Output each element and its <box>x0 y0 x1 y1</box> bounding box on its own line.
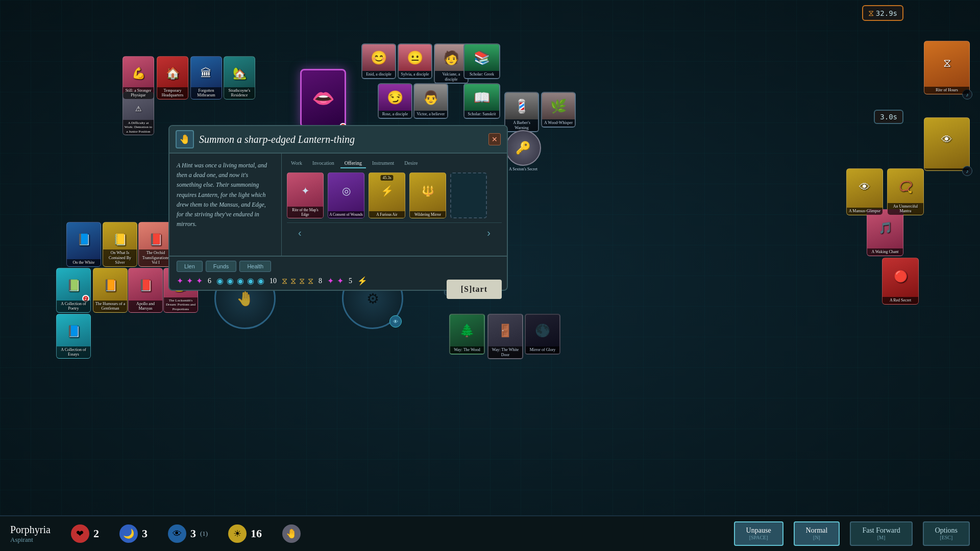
tab-work[interactable]: Work <box>287 159 306 168</box>
summon-dialog: 🤚 Summon a sharp-edged Lantern-thing ✕ A… <box>168 125 508 291</box>
slot-card-consent[interactable]: ◎ A Consent of Wounds <box>328 172 364 218</box>
card-on-the-white[interactable]: 📘 On the White <box>66 222 101 267</box>
portrait-name: Sylvia, a disciple <box>399 71 431 78</box>
sun-value: 16 <box>251 527 262 540</box>
card-orchid[interactable]: 📕 The Orchid Transfigurations Vol I <box>138 222 173 267</box>
card-mansus-glimpse[interactable]: 👁 A Mansus-Glimpse <box>846 168 883 215</box>
dialog-title: Summon a sharp-edged Lantern-thing <box>199 134 488 145</box>
card-residence[interactable]: 🏡 Strathcoyne's Residence <box>224 56 255 99</box>
heart-icon: ❤ <box>71 524 89 543</box>
nav-next-button[interactable]: › <box>482 225 496 241</box>
portrait-sylvia[interactable]: 😐 Sylvia, a disciple <box>398 43 432 79</box>
dialog-description: A Hint was once a living mortal, and the… <box>169 154 282 256</box>
eye-icon: 👁 <box>168 524 186 543</box>
card-label: The Orchid Transfigurations Vol I <box>139 249 173 266</box>
card-label: Still: a Stronger Physique <box>123 87 154 99</box>
tab-instrument[interactable]: Instrument <box>368 159 398 168</box>
slot-cards-row: ✦ Rite of the Map's Edge ◎ A Consent of … <box>287 172 502 218</box>
slot-empty[interactable] <box>450 172 487 218</box>
res-count-4: 5 <box>349 277 352 285</box>
res-count-2: 10 <box>270 277 277 285</box>
hand-icon: 🤚 <box>282 524 301 543</box>
portrait-victor[interactable]: 👨 Victor, a believer <box>413 83 448 119</box>
stat-sun: ☀ 16 <box>228 524 262 543</box>
card-label: A Difficulty at Work: Demotion to a Juni… <box>123 120 154 135</box>
stat-eye: 👁 3 (1) <box>168 524 208 543</box>
way-label: Way: The White Door <box>488 346 522 358</box>
card-temp-hq[interactable]: 🏠 Temporary Headquarters <box>157 56 188 99</box>
card-label: Strathcoyne's Residence <box>224 87 255 99</box>
card-label: A Waking Chant <box>867 248 903 256</box>
player-title: Aspirant <box>10 536 51 544</box>
card-poetry[interactable]: 📗 A Collection of Poetry 2 <box>56 268 91 313</box>
card-essays[interactable]: 📘 A Collection of Essays <box>56 314 91 359</box>
blue-value: 3 <box>142 527 148 540</box>
start-button[interactable]: [S]tart <box>447 280 502 299</box>
way-mirror-glory[interactable]: 🌑 Mirror of Glory <box>525 314 560 355</box>
slot-card-wildering[interactable]: 🔱 Wildering Mirror <box>409 172 446 218</box>
card-eye-timer[interactable]: 👁 <box>924 117 970 171</box>
portrait-wood-whisper[interactable]: 🌿 A Wood-Whisper <box>541 92 576 128</box>
card-label: A Red Secret <box>883 297 918 304</box>
card-label: A Collection of Poetry <box>57 300 90 312</box>
health-value: 2 <box>93 527 99 540</box>
card-label: A Mansus-Glimpse <box>847 208 883 215</box>
nav-prev-button[interactable]: ‹ <box>293 225 307 241</box>
res-star-icon: ✦ <box>177 276 183 286</box>
slot-card-label: Wildering Mirror <box>410 211 446 218</box>
slot-card-label: Rite of the Map's Edge <box>287 207 323 218</box>
way-the-wood[interactable]: 🌲 Way: The Wood <box>449 314 485 355</box>
blue-icon: 🌙 <box>119 524 138 543</box>
card-waking-chant[interactable]: 🎵 A Waking Chant <box>867 209 903 256</box>
dialog-close-button[interactable]: ✕ <box>488 133 501 145</box>
card-red-secret[interactable]: 🔴 A Red Secret <box>882 258 919 305</box>
res-count-1: 6 <box>208 277 211 285</box>
portrait-name: A Barber's Warning <box>505 119 538 131</box>
card-label: Forgotten Mithraeum <box>191 87 222 99</box>
tab-invocation[interactable]: Invocation <box>308 159 338 168</box>
dialog-nav: ‹ › <box>287 222 502 243</box>
way-the-white-door[interactable]: 🚪 Way: The White Door <box>487 314 523 359</box>
player-name: Porphyria <box>10 524 51 536</box>
main-workstation-card[interactable]: 👄 39.7s ! <box>300 69 346 128</box>
player-info: Porphyria Aspirant <box>10 524 51 544</box>
portrait-barbers-warning[interactable]: 💈 A Barber's Warning <box>504 92 539 132</box>
tab-offering[interactable]: Offering <box>340 159 366 168</box>
card-contained-silver[interactable]: 📒 On What Is Contained By Silver <box>103 222 137 267</box>
card-label: Apollo and Marsyas <box>129 300 162 312</box>
slot-card-furious[interactable]: ⚡ 45.3s A Furious Air <box>369 172 405 218</box>
card-stronger-physique[interactable]: 💪 Still: a Stronger Physique <box>122 56 154 99</box>
portrait-rose[interactable]: 😏 Rose, a disciple <box>378 83 412 119</box>
game-board: ⧖ 32.9s ⧖ Rite of Hours ♪ 3.0s 👁 ♪ 💪 Sti… <box>0 0 980 551</box>
normal-button[interactable]: Normal [N] <box>794 521 840 546</box>
portrait-name: Valciane, a disciple <box>435 71 468 83</box>
card-hourglass[interactable]: ⧖ Rite of Hours <box>924 41 970 94</box>
portrait-name: A Wood-Whisper <box>542 119 575 127</box>
portrait-scholar-sanskrit[interactable]: 📖 Scholar: Sanskrit <box>463 83 500 119</box>
card-unmerciful-mantra[interactable]: 📿 An Unmerciful Mantra <box>887 168 924 215</box>
card-label: The Locksmith's Dream: Portions and Prop… <box>164 297 198 312</box>
fast-forward-button[interactable]: Fast Forward [M] <box>850 521 912 546</box>
options-button[interactable]: Options [ESC] <box>923 521 970 546</box>
footer-btn-funds[interactable]: Funds <box>206 261 237 272</box>
footer-btn-health[interactable]: Health <box>239 261 271 272</box>
timer-badge-second: 3.0s <box>874 110 903 124</box>
portrait-name: Scholar: Sanskrit <box>464 111 499 118</box>
unpause-button[interactable]: Unpause [SPACE] <box>734 521 783 546</box>
eye-value: 3 <box>190 527 196 540</box>
tab-desire[interactable]: Desire <box>400 159 422 168</box>
dialog-title-bar: 🤚 Summon a sharp-edged Lantern-thing ✕ <box>169 126 507 154</box>
portrait-enid[interactable]: 😊 Enid, a disciple <box>361 43 396 79</box>
card-mithraeum[interactable]: 🏛 Forgotten Mithraeum <box>190 56 222 99</box>
card-apollo[interactable]: 📕 Apollo and Marsyas <box>128 268 163 313</box>
stat-health: ❤ 2 <box>71 524 99 543</box>
card-label: On What Is Contained By Silver <box>103 249 137 266</box>
info-badge: 👁 <box>389 315 402 328</box>
music-note-badge-2: ♪ <box>962 166 972 176</box>
portrait-scholar-greek[interactable]: 📚 Scholar: Greek <box>463 43 500 79</box>
slot-card-rite[interactable]: ✦ Rite of the Map's Edge <box>287 172 324 218</box>
card-humours[interactable]: 📙 The Humours of a Gentleman <box>93 268 128 313</box>
footer-btn-llen[interactable]: Llen <box>177 261 203 272</box>
card-sexton-secret[interactable]: 🔑 A Sexton's Secret <box>505 130 541 171</box>
dialog-slots: Work Invocation Offering Instrument Desi… <box>282 154 507 256</box>
